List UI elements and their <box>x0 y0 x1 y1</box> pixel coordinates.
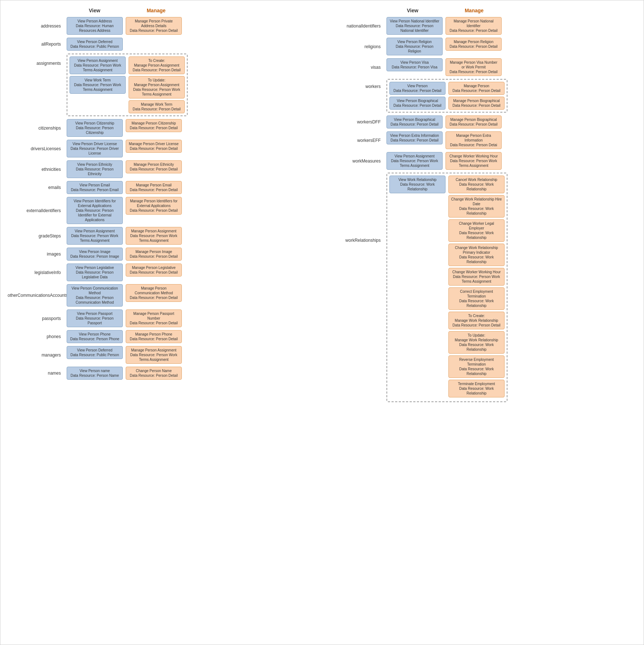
workers-view-col: View PersonData Resource: Person Detail … <box>389 82 446 110</box>
label-names: names <box>8 371 64 376</box>
row-allReports: allReports View Person DeferredData Reso… <box>8 38 317 51</box>
box-wr-manage8: To Update:Manage Work RelationshipData R… <box>448 331 505 354</box>
row-workersDFF: workersDFF View Person BiographicalData … <box>327 115 636 128</box>
box-workersDFF-view: View Person BiographicalData Resource: P… <box>386 115 443 128</box>
box-nationalIdentifiers-manage: Manage Person National IdentifierData Re… <box>446 17 502 35</box>
content-images: View Person ImageData Resource: Person I… <box>67 248 182 261</box>
assignments-group: View Person AssignmentData Resource: Per… <box>67 54 188 116</box>
box-workersEFF-manage: Manage Person Extra InformationData Reso… <box>446 131 502 149</box>
content-visas: View Person VisaData Resource: Person Vi… <box>386 58 502 76</box>
label-passports: passports <box>8 316 64 321</box>
row-workers: workers View PersonData Resource: Person… <box>327 79 636 113</box>
label-phones: phones <box>8 334 64 339</box>
assignments-view-col: View Person AssignmentData Resource: Per… <box>70 56 126 94</box>
row-images: images View Person ImageData Resource: P… <box>8 248 317 261</box>
content-otherCommunicationsAccounts: View Person Communication MethodData Res… <box>67 284 182 307</box>
box-citizenships-view: View Person CitizenshipData Resource: Pe… <box>67 119 123 137</box>
row-externalIdentifiers: externalIdentifiers View Person Identifi… <box>8 197 317 224</box>
box-religions-manage: Manage Person ReligionData Resource: Per… <box>446 38 502 51</box>
box-nationalIdentifiers-view: View Person National IdentifierData Reso… <box>386 17 443 35</box>
row-otherCommunicationsAccounts: otherCommunicationsAccounts View Person … <box>8 284 317 307</box>
box-names-manage: Change Person NameData Resource: Person … <box>126 367 182 380</box>
label-gradeSteps: gradeSteps <box>8 233 64 239</box>
row-emails: emails View Person EmailData Resource: P… <box>8 181 317 194</box>
content-religions: View Person ReligionData Resource: Perso… <box>386 38 502 55</box>
box-ethnicities-view: View Person EthnicityData Resource: Pers… <box>67 160 123 178</box>
right-manage-header: Manage <box>445 8 503 13</box>
box-passports-view: View Person PassportData Resource: Perso… <box>67 309 123 327</box>
box-citizenships-manage: Manage Person CitizenshipData Resource: … <box>126 119 182 132</box>
row-workersEFF: workersEFF View Person Extra Information… <box>327 131 636 149</box>
label-driversLicenses: driversLicenses <box>8 146 64 151</box>
label-managers: managers <box>8 353 64 358</box>
box-externalIdentifiers-manage: Manage Person Identifiers for External A… <box>126 197 182 215</box>
box-religions-view: View Person ReligionData Resource: Perso… <box>386 38 443 55</box>
box-otherComm-manage: Manage Person Communication MethodData R… <box>126 284 182 302</box>
box-assignments-manage2: To Update:Manage Person AssignmentData R… <box>129 76 185 98</box>
row-gradeSteps: gradeSteps View Person AssignmentData Re… <box>8 227 317 245</box>
box-externalIdentifiers-view: View Person Identifiers for External App… <box>67 197 123 224</box>
box-assignments-view2: View Work TermData Resource: Person Work… <box>70 76 126 94</box>
box-workers-manage1: Manage PersonData Resource: Person Detai… <box>448 82 505 95</box>
content-managers: View Person DeferredData Resource: Publi… <box>67 346 182 364</box>
box-addresses-manage: Manage Person Private Address DetailsDat… <box>126 17 182 35</box>
row-driversLicenses: driversLicenses View Person Driver Licen… <box>8 140 317 157</box>
box-wr-manage7: To Create:Manage Work RelationshipData R… <box>448 312 505 329</box>
row-visas: visas View Person VisaData Resource: Per… <box>327 58 636 76</box>
label-citizenships: citizenships <box>8 126 64 131</box>
box-gradeSteps-manage: Manage Person AssignmentData Resource: P… <box>126 227 182 245</box>
row-citizenships: citizenships View Person CitizenshipData… <box>8 119 317 137</box>
box-assignments-view1: View Person AssignmentData Resource: Per… <box>70 56 126 74</box>
row-workRelationships: workRelationships View Work Relationship… <box>327 173 636 402</box>
workRelationships-group: View Work RelationshipData Resource: Wor… <box>386 173 507 402</box>
box-workersEFF-view: View Person Extra InformationData Resour… <box>386 131 443 144</box>
box-workers-view1: View PersonData Resource: Person Detail <box>389 82 446 95</box>
label-religions: religions <box>327 44 384 49</box>
label-allReports: allReports <box>8 42 64 47</box>
label-emails: emails <box>8 185 64 190</box>
content-driversLicenses: View Person Driver LicenseData Resource:… <box>67 140 182 157</box>
box-ethnicities-manage: Manage Person EthnicityData Resource: Pe… <box>126 160 182 173</box>
box-wr-manage9: Reverse Employment TerminationData Resou… <box>448 355 505 378</box>
content-ethnicities: View Person EthnicityData Resource: Pers… <box>67 160 182 178</box>
right-panel: View Manage nationalIdentifiers View Per… <box>327 8 636 405</box>
wr-row-view-manage: View Work RelationshipData Resource: Wor… <box>389 176 505 397</box>
row-ethnicities: ethnicities View Person EthnicityData Re… <box>8 160 317 178</box>
content-addresses: View Person AddressData Resource: Human … <box>67 17 182 35</box>
box-workers-manage2: Manage Person BiographicalData Resource:… <box>448 97 505 110</box>
label-assignments: assignments <box>8 54 64 66</box>
page: View Manage addresses View Person Addres… <box>0 0 644 645</box>
row-workMeasures: workMeasures View Person AssignmentData … <box>327 152 636 170</box>
label-nationalIdentifiers: nationalIdentifiers <box>327 24 384 29</box>
label-images: images <box>8 252 64 257</box>
box-workersDFF-manage: Manage Person BiographicalData Resource:… <box>446 115 502 128</box>
box-workMeasures-manage: Change Worker Working HourData Resource:… <box>446 152 502 170</box>
content-names: View Person nameData Resource: Person Na… <box>67 367 182 380</box>
box-legislativeInfo-view: View Person LegislativeData Resource: Pe… <box>67 264 123 281</box>
row-legislativeInfo: legislativeInfo View Person LegislativeD… <box>8 264 317 281</box>
box-wr-manage10: Terminate EmploymentData Resource: Work … <box>448 380 505 397</box>
label-legislativeInfo: legislativeInfo <box>8 270 64 275</box>
content-workersEFF: View Person Extra InformationData Resour… <box>386 131 502 149</box>
left-view-header: View <box>66 8 124 13</box>
box-otherComm-view: View Person Communication MethodData Res… <box>67 284 123 307</box>
row-addresses: addresses View Person AddressData Resour… <box>8 17 317 35</box>
assignments-inner: View Person AssignmentData Resource: Per… <box>70 56 185 113</box>
box-visas-view: View Person VisaData Resource: Person Vi… <box>386 58 443 71</box>
box-allReports-view: View Person DeferredData Resource: Publi… <box>67 38 123 51</box>
label-otherCommunicationsAccounts: otherCommunicationsAccounts <box>8 293 64 298</box>
right-headers: View Manage <box>327 8 636 13</box>
left-panel: View Manage addresses View Person Addres… <box>8 8 317 405</box>
box-names-view: View Person nameData Resource: Person Na… <box>67 367 123 380</box>
box-phones-view: View Person PhoneData Resource: Person P… <box>67 330 123 343</box>
content-emails: View Person EmailData Resource: Person E… <box>67 181 182 194</box>
box-images-manage: Manage Person ImageData Resource: Person… <box>126 248 182 261</box>
wr-view-col: View Work RelationshipData Resource: Wor… <box>389 176 446 397</box>
box-workers-view2: View Person BiographicalData Resource: P… <box>389 97 446 110</box>
content-workMeasures: View Person AssignmentData Resource: Per… <box>386 152 502 170</box>
box-assignments-manage1: To Create:Manage Person AssignmentData R… <box>129 56 185 74</box>
assignments-manage-col: To Create:Manage Person AssignmentData R… <box>129 56 185 113</box>
workers-inner: View PersonData Resource: Person Detail … <box>389 82 505 110</box>
content-gradeSteps: View Person AssignmentData Resource: Per… <box>67 227 182 245</box>
label-workRelationships: workRelationships <box>327 173 384 243</box>
